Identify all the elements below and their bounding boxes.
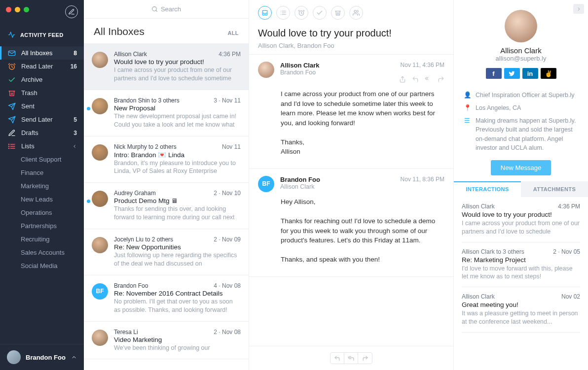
- reply-icon[interactable]: [412, 76, 419, 84]
- message-item: Allison ClarkBrandon FooNov 11, 4:36 PMI…: [249, 55, 453, 169]
- user-footer[interactable]: Brandon Foo: [0, 344, 84, 370]
- list-icon[interactable]: [276, 6, 290, 20]
- contact-title-line: 👤Chief Inspiration Officer at Superb.ly: [454, 89, 588, 101]
- avatar: [92, 98, 108, 114]
- reply-all-icon[interactable]: [344, 353, 358, 364]
- avatar: [92, 237, 108, 253]
- contact-name: Allison Clark: [462, 46, 580, 55]
- inbox-icon[interactable]: [258, 6, 272, 20]
- svg-point-23: [354, 10, 357, 13]
- people-icon[interactable]: [349, 6, 363, 20]
- facebook-icon[interactable]: f: [486, 68, 502, 79]
- list-operations[interactable]: Operations: [0, 206, 84, 219]
- nav-drafts[interactable]: Drafts3: [0, 126, 84, 139]
- thread-item[interactable]: Allison Clark4:36 PMWould love to try yo…: [84, 44, 249, 90]
- interaction-item[interactable]: Allison Clark4:36 PMWould love to try yo…: [462, 197, 580, 242]
- inbox-list-pane: Search All Inboxes ALL Allison Clark4:36…: [84, 0, 249, 370]
- threads-list[interactable]: Allison Clark4:36 PMWould love to try yo…: [84, 44, 249, 370]
- nav-archive[interactable]: Archive: [0, 73, 84, 86]
- nav-lists[interactable]: Lists: [0, 139, 84, 153]
- nav-read-later[interactable]: Read Later16: [0, 60, 84, 73]
- activity-feed-link[interactable]: ACTIVITY FEED: [0, 17, 84, 46]
- nav-trash[interactable]: Trash: [0, 86, 84, 100]
- interactions-list[interactable]: Allison Clark4:36 PMWould love to try yo…: [454, 197, 588, 333]
- nav-sent[interactable]: Sent: [0, 100, 84, 113]
- avatar: [92, 144, 108, 161]
- avatar: [258, 62, 274, 78]
- list-partnerships[interactable]: Partnerships: [0, 219, 84, 233]
- list-new-leads[interactable]: New Leads: [0, 193, 84, 206]
- interaction-item[interactable]: Allison Clark to 3 others2 · Nov 05Re: M…: [462, 242, 580, 288]
- list-sales-accounts[interactable]: Sales Accounts: [0, 246, 84, 259]
- snooze-icon[interactable]: [294, 6, 308, 20]
- new-message-button[interactable]: New Message: [491, 160, 551, 175]
- message-subject: Would love to try your product!: [258, 28, 444, 39]
- share-icon[interactable]: [399, 76, 406, 84]
- contact-tabs: INTERACTIONS ATTACHMENTS: [454, 181, 588, 197]
- linkedin-icon[interactable]: in: [522, 68, 538, 79]
- list-social-media[interactable]: Social Media: [0, 259, 84, 272]
- pin-icon: 📍: [464, 103, 471, 112]
- message-toolbar: [249, 0, 453, 26]
- messages-list[interactable]: Allison ClarkBrandon FooNov 11, 4:36 PMI…: [249, 55, 453, 346]
- reply-icon[interactable]: [331, 353, 344, 364]
- send-icon: [8, 116, 16, 124]
- unread-dot: [87, 107, 90, 110]
- contact-profile: Allison Clark allison@superb.ly f in ✌: [454, 0, 588, 89]
- avatar: BF: [92, 283, 108, 300]
- minimize-icon[interactable]: [15, 7, 20, 12]
- list-title: All Inboxes: [94, 26, 145, 37]
- collapse-button[interactable]: [573, 4, 584, 14]
- nav-all-inboxes[interactable]: All Inboxes8: [0, 46, 84, 60]
- svg-line-13: [156, 10, 157, 11]
- list-recruiting[interactable]: Recruiting: [0, 233, 84, 246]
- contact-bio-line: ☰Making dreams happen at Superb.ly. Prev…: [454, 114, 588, 154]
- list-header: All Inboxes ALL: [84, 19, 249, 44]
- message-item: BFBrandon FooAllison ClarkNov 11, 8:36 P…: [249, 169, 453, 277]
- search-input[interactable]: Search: [84, 0, 249, 19]
- check-icon[interactable]: [313, 6, 327, 20]
- svg-line-22: [301, 13, 302, 14]
- user-name: Brandon Foo: [26, 354, 66, 361]
- clock-icon: [8, 63, 16, 70]
- user-avatar: [7, 350, 21, 364]
- zoom-icon[interactable]: [24, 7, 29, 12]
- list-marketing[interactable]: Marketing: [0, 179, 84, 193]
- thread-item[interactable]: Jocelyn Liu to 2 others2 · Nov 09Re: New…: [84, 229, 249, 275]
- reply-all-icon[interactable]: [425, 76, 432, 84]
- angel-icon[interactable]: ✌: [541, 68, 556, 79]
- reply-bar: [249, 346, 453, 370]
- contact-location-line: 📍Los Angeles, CA: [454, 101, 588, 114]
- check-icon: [8, 76, 16, 84]
- svg-point-9: [8, 144, 9, 144]
- contact-email: allison@superb.ly: [462, 55, 580, 62]
- activity-feed-label: ACTIVITY FEED: [20, 32, 64, 38]
- lists-icon: [8, 142, 16, 150]
- compose-button[interactable]: [65, 5, 78, 18]
- close-icon[interactable]: [6, 7, 11, 12]
- message-header: Would love to try your product! Allison …: [249, 26, 453, 55]
- trash-icon[interactable]: [331, 6, 345, 20]
- thread-item[interactable]: BFBrandon Foo4 · Nov 08Re: November 2016…: [84, 275, 249, 322]
- interaction-item[interactable]: Allison ClarkNov 02Great meeting you!It …: [462, 287, 580, 333]
- message-pane: Would love to try your product! Allison …: [249, 0, 454, 370]
- filter-all[interactable]: ALL: [227, 30, 239, 36]
- tab-interactions[interactable]: INTERACTIONS: [454, 181, 521, 197]
- forward-icon[interactable]: [438, 76, 444, 84]
- forward-icon[interactable]: [358, 353, 372, 364]
- message-participants: Allison Clark, Brandon Foo: [258, 42, 444, 49]
- unread-dot: [87, 200, 90, 203]
- nav-send-later[interactable]: Send Later5: [0, 113, 84, 126]
- thread-item[interactable]: Teresa Li2 · Nov 08Video MarketingWe've …: [84, 322, 249, 360]
- avatar: [92, 52, 108, 68]
- list-finance[interactable]: Finance: [0, 166, 84, 179]
- thread-item[interactable]: Brandon Shin to 3 others3 · Nov 11New Pr…: [84, 90, 249, 136]
- list-client-support[interactable]: Client Support: [0, 153, 84, 166]
- tab-attachments[interactable]: ATTACHMENTS: [521, 181, 588, 197]
- sidebar: ACTIVITY FEED All Inboxes8Read Later16Ar…: [0, 0, 84, 370]
- contact-pane: Allison Clark allison@superb.ly f in ✌ 👤…: [454, 0, 588, 370]
- thread-item[interactable]: Audrey Graham2 · Nov 10Product Demo Mtg …: [84, 183, 249, 229]
- lists-sublist: Client SupportFinanceMarketingNew LeadsO…: [0, 153, 84, 272]
- thread-item[interactable]: Nick Murphy to 2 othersNov 11Intro: Bran…: [84, 136, 249, 183]
- twitter-icon[interactable]: [504, 68, 520, 79]
